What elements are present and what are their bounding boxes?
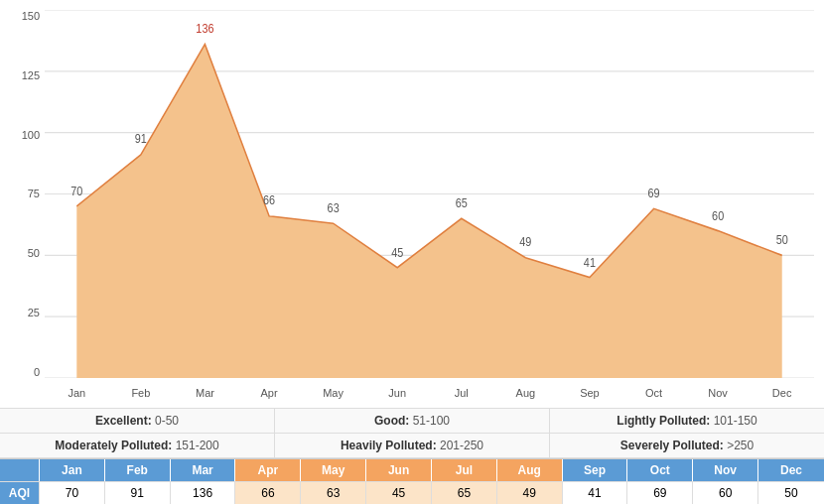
legend-good: Good: 51-100 <box>275 409 550 434</box>
col-feb: Feb 91 <box>105 459 171 504</box>
col-oct: Oct 69 <box>627 459 693 504</box>
value-apr: 66 <box>235 481 301 504</box>
legend-row-2: Moderately Polluted: 151-200 Heavily Pol… <box>0 434 824 458</box>
y-axis: 150 125 100 75 50 25 0 <box>0 10 45 378</box>
dp-label-apr: 66 <box>263 194 275 207</box>
x-label-jul: Jul <box>429 378 493 408</box>
value-sep: 41 <box>563 481 628 504</box>
main-container: 150 125 100 75 50 25 0 <box>0 0 824 504</box>
y-label-100: 100 <box>22 129 40 141</box>
legend-good-range: 51-100 <box>413 414 450 428</box>
x-labels: Jan Feb Mar Apr May Jun Jul Aug Sep Oct … <box>45 378 814 408</box>
col-nov: Nov 60 <box>693 459 758 504</box>
dp-label-jun: 45 <box>391 246 403 259</box>
header-nov: Nov <box>693 459 758 481</box>
legend-row-1: Excellent: 0-50 Good: 51-100 Lightly Pol… <box>0 409 824 434</box>
aqi-label-col: AQI <box>0 459 40 504</box>
chart-inner: 70 91 136 66 63 45 65 49 41 69 60 50 <box>45 10 814 378</box>
value-may: 63 <box>301 481 366 504</box>
legend-excellent-range: 0-50 <box>155 414 179 428</box>
x-label-mar: Mar <box>173 378 237 408</box>
y-label-150: 150 <box>22 10 40 22</box>
legend-area: Excellent: 0-50 Good: 51-100 Lightly Pol… <box>0 408 824 458</box>
col-jan: Jan 70 <box>40 459 105 504</box>
x-label-may: May <box>301 378 365 408</box>
header-oct: Oct <box>627 459 693 481</box>
value-feb: 91 <box>105 481 171 504</box>
header-jul: Jul <box>432 459 497 481</box>
dp-label-mar: 136 <box>196 22 213 35</box>
col-sep: Sep 41 <box>563 459 628 504</box>
x-label-feb: Feb <box>109 378 174 408</box>
legend-heavily-label: Heavily Polluted: <box>341 439 437 452</box>
value-jul: 65 <box>432 481 497 504</box>
dp-label-oct: 69 <box>648 187 660 199</box>
legend-severely-range: >250 <box>727 439 754 452</box>
chart-svg: 70 91 136 66 63 45 65 49 41 69 60 50 <box>45 10 814 378</box>
y-label-125: 125 <box>22 69 40 81</box>
dp-label-aug: 49 <box>519 235 531 248</box>
legend-good-label: Good: <box>374 414 409 428</box>
legend-heavily-range: 201-250 <box>440 439 483 452</box>
value-dec: 50 <box>758 481 824 504</box>
col-dec: Dec 50 <box>758 459 824 504</box>
aqi-row-label: AQI <box>0 481 40 504</box>
legend-moderately-label: Moderately Polluted: <box>55 439 172 452</box>
legend-moderately: Moderately Polluted: 151-200 <box>0 434 275 458</box>
dp-label-dec: 50 <box>776 233 788 246</box>
legend-excellent: Excellent: 0-50 <box>0 409 275 434</box>
x-label-oct: Oct <box>621 378 686 408</box>
x-label-aug: Aug <box>493 378 558 408</box>
dp-label-sep: 41 <box>584 256 596 269</box>
x-label-dec: Dec <box>750 378 814 408</box>
header-may: May <box>301 459 366 481</box>
x-label-sep: Sep <box>558 378 622 408</box>
header-feb: Feb <box>105 459 171 481</box>
value-mar: 136 <box>171 481 236 504</box>
dp-label-may: 63 <box>328 202 340 215</box>
legend-heavily: Heavily Polluted: 201-250 <box>275 434 550 458</box>
legend-lightly-range: 101-150 <box>714 414 757 428</box>
header-apr: Apr <box>235 459 301 481</box>
x-label-apr: Apr <box>237 378 302 408</box>
y-label-25: 25 <box>28 307 40 318</box>
dp-label-nov: 60 <box>712 209 724 222</box>
aqi-header-blank <box>0 459 40 481</box>
legend-severely-label: Severely Polluted: <box>620 439 724 452</box>
legend-moderately-range: 151-200 <box>176 439 219 452</box>
chart-area-fill <box>76 45 781 378</box>
x-label-jan: Jan <box>45 378 109 408</box>
chart-area: 150 125 100 75 50 25 0 <box>0 0 824 408</box>
dp-label-feb: 91 <box>135 133 147 146</box>
table-area: AQI Jan 70 Feb 91 Mar 136 Apr 66 May 63 … <box>0 458 824 504</box>
header-sep: Sep <box>563 459 628 481</box>
y-label-50: 50 <box>28 247 40 259</box>
header-jan: Jan <box>40 459 105 481</box>
col-jul: Jul 65 <box>432 459 497 504</box>
col-may: May 63 <box>301 459 366 504</box>
value-nov: 60 <box>693 481 758 504</box>
legend-lightly-label: Lightly Polluted: <box>617 414 710 428</box>
value-jan: 70 <box>40 481 105 504</box>
legend-lightly: Lightly Polluted: 101-150 <box>550 409 824 434</box>
legend-severely: Severely Polluted: >250 <box>550 434 824 458</box>
header-jun: Jun <box>366 459 432 481</box>
header-dec: Dec <box>758 459 824 481</box>
dp-label-jul: 65 <box>456 196 468 209</box>
col-jun: Jun 45 <box>366 459 432 504</box>
legend-excellent-label: Excellent: <box>95 414 152 428</box>
x-label-jun: Jun <box>365 378 430 408</box>
value-jun: 45 <box>366 481 432 504</box>
col-apr: Apr 66 <box>235 459 301 504</box>
y-label-0: 0 <box>34 366 40 378</box>
y-label-75: 75 <box>28 188 40 199</box>
header-mar: Mar <box>171 459 236 481</box>
dp-label-jan: 70 <box>70 185 82 197</box>
value-aug: 49 <box>497 481 563 504</box>
x-label-nov: Nov <box>686 378 751 408</box>
value-oct: 69 <box>627 481 693 504</box>
header-aug: Aug <box>497 459 563 481</box>
col-mar: Mar 136 <box>171 459 236 504</box>
col-aug: Aug 49 <box>497 459 563 504</box>
